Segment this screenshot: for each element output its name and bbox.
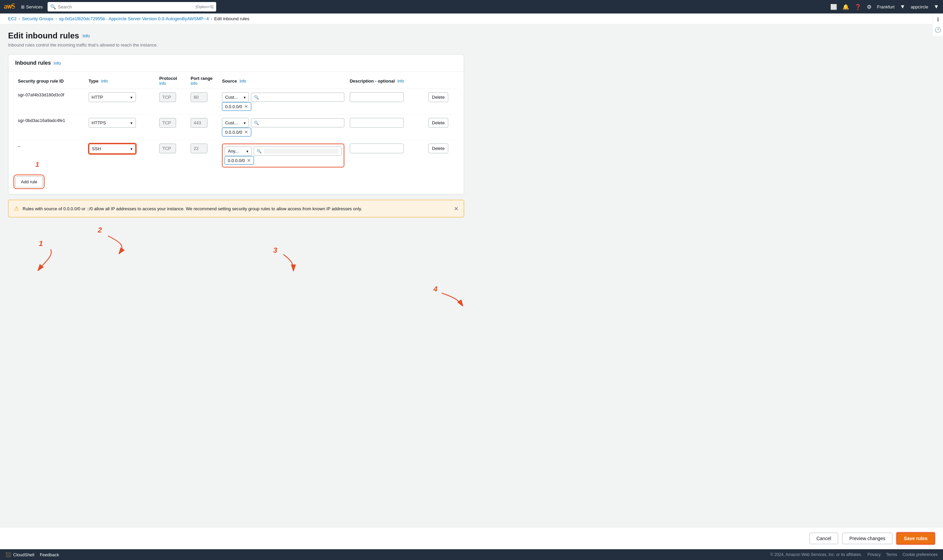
delete-rule-button[interactable]: Delete	[428, 118, 449, 128]
source-search-input[interactable]	[264, 149, 338, 154]
delete-cell: Delete	[426, 140, 457, 171]
nav-right: ⬜ 🔔 ❓ ⚙ Frankfurt ▼ appcircle ▼	[830, 4, 939, 10]
breadcrumb-sg-id[interactable]: sg-0d1e1f820dc72955b - Appcircle Server-…	[59, 16, 209, 21]
add-rule-container: Add rule 1	[15, 171, 43, 187]
rule-id-cell: sgr-0bd3ac16a9adc4fe1	[15, 115, 86, 140]
table-row: sgr-07af4b33d180d3c0fHTTP▼TCP80Cust...▼🔍…	[15, 89, 457, 115]
rules-tbody: sgr-07af4b33d180d3c0fHTTP▼TCP80Cust...▼🔍…	[15, 89, 457, 171]
th-description: Description - optional Info	[347, 72, 426, 89]
aws-logo-icon[interactable]	[4, 3, 15, 11]
source-search-icon: 🔍	[257, 149, 262, 154]
protocol-value: TCP	[159, 118, 176, 128]
source-search-input[interactable]	[261, 95, 341, 100]
account-menu[interactable]: appcircle	[911, 5, 928, 9]
th-source: Source Info	[219, 72, 347, 89]
grid-icon: ⊞	[21, 5, 25, 9]
type-select[interactable]: HTTP	[89, 92, 136, 102]
help-icon[interactable]: ❓	[855, 4, 861, 10]
card-header-title: Inbound rules	[15, 60, 51, 66]
ip-tag-remove-button[interactable]: ✕	[244, 129, 248, 135]
th-rule-id: Security group rule ID	[15, 72, 86, 89]
table-row: sgr-0bd3ac16a9adc4fe1HTTPS▼TCP443Cust...…	[15, 115, 457, 140]
clock-sidebar-icon[interactable]: 🕐	[935, 27, 941, 33]
type-cell: HTTPS▼	[86, 115, 157, 140]
breadcrumb-ec2[interactable]: EC2	[8, 16, 17, 21]
source-type-select[interactable]: Cust...	[222, 118, 249, 128]
source-row: Cust...▼🔍	[222, 92, 344, 102]
source-search-input[interactable]	[261, 120, 341, 125]
description-cell	[347, 115, 426, 140]
source-type-select-wrap: Any...▼	[225, 146, 252, 156]
breadcrumb-current: Edit inbound rules	[214, 16, 249, 21]
inbound-rules-card: Inbound rules Info Security group rule I…	[8, 54, 464, 194]
port-value: 443	[191, 118, 207, 128]
source-info-link[interactable]: Info	[239, 79, 246, 83]
warning-close-button[interactable]: ✕	[454, 206, 458, 212]
rule-id-cell: sgr-07af4b33d180d3c0f	[15, 89, 86, 115]
source-cell: Cust...▼🔍0.0.0.0/0✕	[219, 89, 347, 115]
port-value: 80	[191, 92, 207, 102]
type-select[interactable]: SSH	[89, 143, 136, 154]
delete-cell: Delete	[426, 89, 457, 115]
source-row: Any...▼🔍	[225, 146, 341, 156]
ip-tag-remove-button[interactable]: ✕	[244, 104, 248, 109]
warning-text: Rules with source of 0.0.0.0/0 or ::/0 a…	[23, 206, 362, 211]
source-search-icon: 🔍	[254, 95, 259, 100]
breadcrumb-sep-3: ›	[211, 17, 212, 21]
source-type-select-wrap: Cust...▼	[222, 92, 249, 102]
description-input[interactable]	[350, 143, 404, 153]
cloud-icon[interactable]: ⬜	[830, 4, 837, 10]
th-protocol: Protocol Info	[156, 72, 188, 89]
source-container: Any...▼🔍0.0.0.0/0✕	[222, 143, 344, 168]
source-type-select[interactable]: Any...	[225, 146, 252, 156]
description-input[interactable]	[350, 92, 404, 102]
source-cell: Any...▼🔍0.0.0.0/0✕	[219, 140, 347, 171]
source-type-select[interactable]: Cust...	[222, 92, 249, 102]
page-info-link[interactable]: Info	[83, 33, 90, 38]
source-container: Cust...▼🔍0.0.0.0/0✕	[222, 92, 344, 111]
table-header: Security group rule ID Type Info Protoco…	[15, 72, 457, 89]
port-cell: 443	[188, 115, 219, 140]
breadcrumb-security-groups[interactable]: Security Groups	[22, 16, 53, 21]
description-cell	[347, 140, 426, 171]
type-cell: HTTP▼	[86, 89, 157, 115]
protocol-value: TCP	[159, 92, 176, 102]
settings-icon[interactable]: ⚙	[867, 4, 872, 10]
protocol-info-link[interactable]: Info	[159, 81, 166, 86]
description-input[interactable]	[350, 118, 404, 128]
search-bar[interactable]: 🔍 [Option+S]	[48, 2, 216, 11]
type-info-link[interactable]: Info	[101, 79, 108, 83]
top-navigation: ⊞ Services 🔍 [Option+S] ⬜ 🔔 ❓ ⚙ Frankfur…	[0, 0, 943, 14]
port-info-link[interactable]: Info	[191, 81, 197, 86]
breadcrumb-sep-2: ›	[56, 17, 57, 21]
add-rule-button[interactable]: Add rule	[15, 176, 43, 187]
main-content: Edit inbound rules Info Inbound rules co…	[0, 24, 472, 258]
delete-rule-button[interactable]: Delete	[428, 143, 449, 153]
region-selector[interactable]: Frankfurt	[877, 5, 894, 9]
page-subtitle: Inbound rules control the incoming traff…	[8, 43, 464, 48]
search-input[interactable]	[58, 5, 194, 9]
inbound-rules-info-link[interactable]: Info	[54, 61, 61, 66]
ip-tag: 0.0.0.0/0✕	[222, 128, 251, 137]
port-value: 22	[191, 143, 207, 153]
ip-tag-remove-button[interactable]: ✕	[247, 158, 251, 163]
delete-cell: Delete	[426, 115, 457, 140]
desc-info-link[interactable]: Info	[397, 79, 404, 83]
source-row: Cust...▼🔍	[222, 118, 344, 128]
type-select[interactable]: HTTPS	[89, 118, 136, 128]
delete-rule-button[interactable]: Delete	[428, 92, 449, 102]
rules-table: Security group rule ID Type Info Protoco…	[15, 72, 457, 171]
description-cell	[347, 89, 426, 115]
card-header: Inbound rules Info	[8, 55, 464, 72]
ip-tag-text: 0.0.0.0/0	[225, 130, 242, 135]
warning-banner: ⚠ Rules with source of 0.0.0.0/0 or ::/0…	[8, 200, 464, 217]
search-icon: 🔍	[50, 4, 56, 9]
ip-tag: 0.0.0.0/0✕	[225, 156, 254, 165]
source-container: Cust...▼🔍0.0.0.0/0✕	[222, 118, 344, 137]
protocol-cell: TCP	[156, 140, 188, 171]
table-row: –SSH▼TCP22Any...▼🔍0.0.0.0/0✕Delete	[15, 140, 457, 171]
services-menu[interactable]: ⊞ Services	[19, 3, 45, 11]
bell-icon[interactable]: 🔔	[843, 4, 849, 10]
info-sidebar-icon[interactable]: ℹ	[937, 16, 939, 23]
source-type-select-wrap: Cust...▼	[222, 118, 249, 128]
